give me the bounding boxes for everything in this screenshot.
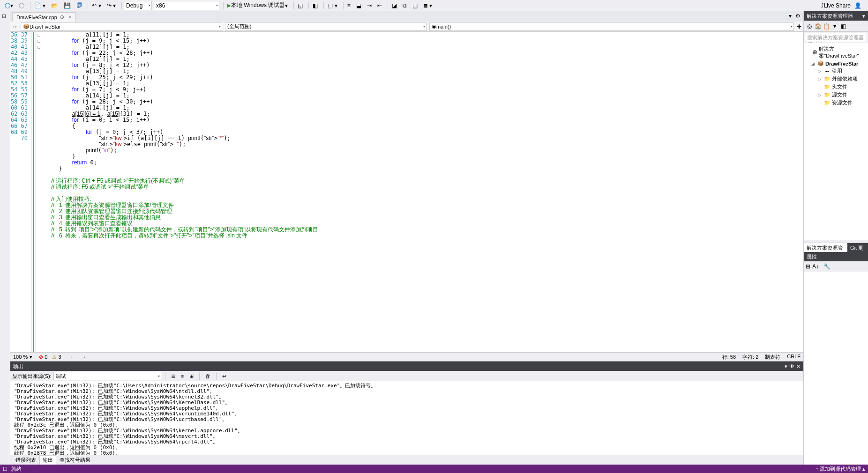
toolbar-btn-b[interactable]: ◧ [311, 1, 320, 10]
pin-icon[interactable]: ⊕ [60, 14, 64, 20]
undo-button[interactable]: ↶ ▾ [90, 1, 103, 10]
editor-tabs: DrawFiveStar.cpp ⊕ ✕ ▾ ⚙ [10, 11, 803, 22]
new-item-button[interactable]: 📄 ▾ [32, 1, 47, 10]
config-dropdown[interactable]: Debug [124, 1, 152, 10]
open-button[interactable]: 📂 [49, 1, 60, 10]
output-content[interactable]: "DrawFiveStar.exe"(Win32): 已加载"C:\Users\… [10, 381, 803, 455]
toolbar-btn-j[interactable]: ◫ [411, 1, 419, 10]
status-ready: 就绪 [11, 466, 22, 473]
code-editor[interactable]: 36 37 38 39 40 41 42 43 44 45 46 47 48 4… [10, 32, 803, 352]
right-panel-tabs: 解决方案资源管理器 Git 更改 [804, 243, 868, 252]
status-bar: ☐ 就绪 ↑ 添加到源代码管理 ▴ [0, 465, 868, 473]
server-explorer-tab[interactable]: ⊞ [0, 11, 9, 21]
output-wrap-button[interactable]: ↩ [220, 371, 228, 381]
solution-dropdown-icon[interactable]: ▾ [862, 13, 865, 19]
file-tab-label: DrawFiveStar.cpp [16, 15, 57, 20]
ext-deps-node[interactable]: ▷📁外部依赖项 [805, 75, 867, 83]
add-source-control[interactable]: ↑ 添加到源代码管理 ▴ [816, 466, 865, 472]
sol-show-all-icon[interactable]: ◧ [839, 22, 847, 30]
properties-title: 属性 [804, 252, 868, 261]
live-share-button[interactable]: ⤴ Live Share [819, 1, 853, 10]
toolbar-btn-i[interactable]: ⧉ [401, 1, 409, 10]
main-toolbar: ◯ ▾ ◯ 📄 ▾ 📂 💾 🗐 ↶ ▾ ↷ ▾ Debug x86 ▶ 本地 W… [0, 0, 868, 11]
solution-root-node[interactable]: 🏛解决方案"DrawFiveStar" [805, 45, 867, 60]
prop-wrench-icon[interactable]: 🔧 [823, 263, 831, 270]
toolbar-btn-k[interactable]: ≣ ▾ [421, 1, 434, 10]
resources-node[interactable]: 📁资源文件 [805, 99, 867, 107]
output-source-label: 显示输出来源(S): [12, 373, 52, 380]
project-node[interactable]: ◢📦DrawFiveStar [805, 60, 867, 67]
toolbar-btn-a[interactable]: ◱ [296, 1, 305, 10]
prop-sort-icon[interactable]: ⊞ [806, 263, 810, 270]
nav-forward-button[interactable]: ◯ [17, 1, 26, 10]
tab-find-symbol[interactable]: 查找符号结果 [56, 455, 94, 465]
solution-search-input[interactable]: 搜索解决方案资源管理器(Ctrl+;) [805, 33, 867, 42]
margin-bar [32, 32, 36, 352]
account-button[interactable]: 👤 [853, 1, 863, 10]
tabs-gear-button[interactable]: ⚙ [793, 11, 802, 21]
toolbar-btn-g[interactable]: ⇤ [375, 1, 384, 10]
sol-home-icon[interactable]: ◎ [806, 22, 813, 30]
sources-node[interactable]: ▷📁源文件 [805, 91, 867, 99]
left-tool-tabs: ⊞ [0, 11, 10, 465]
eol-mode[interactable]: CRLF [787, 354, 801, 361]
tab-solution-explorer[interactable]: 解决方案资源管理器 [804, 243, 847, 252]
output-dropdown-icon[interactable]: ▾ [785, 363, 787, 370]
toolbar-btn-d[interactable]: ≡ [345, 1, 352, 10]
prop-alpha-icon[interactable]: A↓ [812, 263, 819, 270]
toolbar-btn-e[interactable]: ⬓ [354, 1, 363, 10]
nav-back-icon[interactable]: ↔ [10, 23, 20, 30]
tab-git-changes[interactable]: Git 更改 [847, 243, 868, 252]
nav-next-button[interactable]: → [82, 354, 87, 360]
editor-status-bar: 100 % ▾ ⊘ 0 ⚠ 3 ← → 行: 58 字符: 2 制表符 CRLF [10, 352, 803, 361]
sol-refresh-icon[interactable]: 🏠 [814, 22, 822, 30]
solution-toolbar: ◎ 🏠 📋 ▾ ◧ [804, 21, 868, 32]
warning-count[interactable]: ⚠ 3 [52, 354, 61, 360]
nav-member-dropdown[interactable]: ◉ main() [429, 22, 794, 31]
output-title: 输出 [13, 363, 23, 370]
nav-back-button[interactable]: ◯ ▾ [3, 1, 15, 10]
save-button[interactable]: 💾 [62, 1, 73, 10]
output-btn-3[interactable]: ⊞ [187, 371, 195, 381]
redo-button[interactable]: ↷ ▾ [105, 1, 118, 10]
zoom-level[interactable]: 100 % [13, 354, 28, 360]
indent-mode[interactable]: 制表符 [765, 354, 780, 361]
output-btn-1[interactable]: ≣ [169, 371, 177, 381]
refs-node[interactable]: ▷▪▪引用 [805, 67, 867, 75]
solution-tree[interactable]: 🏛解决方案"DrawFiveStar" ◢📦DrawFiveStar ▷▪▪引用… [804, 43, 868, 240]
nav-scope-dropdown[interactable]: (全局范围) [225, 22, 427, 31]
tab-output[interactable]: 输出 [39, 455, 56, 465]
save-all-button[interactable]: 🗐 [75, 1, 84, 10]
output-pin-icon[interactable]: 👁 [789, 363, 794, 370]
file-tab[interactable]: DrawFiveStar.cpp ⊕ ✕ [12, 12, 76, 22]
platform-dropdown[interactable]: x86 [154, 1, 219, 10]
headers-node[interactable]: 📁头文件 [805, 83, 867, 91]
output-toolbar: 显示输出来源(S): 调试 ≣ ≡ ⊞ 🗑 ↩ [10, 371, 803, 381]
right-panel: 解决方案资源管理器 ▾ ◎ 🏠 📋 ▾ ◧ 搜索解决方案资源管理器(Ctrl+;… [803, 11, 868, 465]
output-close-icon[interactable]: ✕ [796, 363, 801, 370]
output-btn-2[interactable]: ≡ [179, 371, 186, 381]
toolbar-btn-h[interactable]: ◪ [390, 1, 399, 10]
status-window-icon[interactable]: ☐ [3, 466, 7, 472]
split-icon[interactable]: ✚ [795, 23, 803, 30]
sol-sync-icon[interactable]: 📋 [823, 22, 830, 30]
nav-prev-button[interactable]: ← [70, 354, 75, 360]
tab-error-list[interactable]: 错误列表 [12, 455, 39, 465]
properties-body [804, 272, 868, 465]
code-text[interactable]: a[11][j] = 1; for (j = 9; j < 15; j++) a… [42, 32, 803, 352]
nav-project-dropdown[interactable]: 📦 DrawFiveStar [21, 22, 222, 31]
sol-collapse-icon[interactable]: ▾ [831, 22, 838, 30]
fold-column[interactable]: ⊟ ⊟ ⊟ [36, 32, 42, 352]
output-source-dropdown[interactable]: 调试 [53, 372, 161, 380]
error-count[interactable]: ⊘ 0 [39, 354, 47, 360]
bottom-panel-tabs: 错误列表 输出 查找符号结果 [10, 455, 803, 465]
start-debug-button[interactable]: ▶ 本地 Windows 调试器 ▾ [225, 1, 290, 10]
output-panel: 输出 ▾ 👁 ✕ 显示输出来源(S): 调试 ≣ ≡ ⊞ 🗑 ↩ "DrawFi [10, 361, 803, 455]
tabs-dropdown-button[interactable]: ▾ [787, 11, 793, 21]
cursor-line: 行: 58 [722, 354, 736, 361]
toolbar-btn-f[interactable]: ⇥ [365, 1, 374, 10]
line-gutter: 36 37 38 39 40 41 42 43 44 45 46 47 48 4… [10, 32, 32, 352]
close-tab-icon[interactable]: ✕ [68, 15, 72, 20]
toolbar-btn-c[interactable]: ⬚ ▾ [326, 1, 339, 10]
output-clear-button[interactable]: 🗑 [203, 371, 212, 381]
